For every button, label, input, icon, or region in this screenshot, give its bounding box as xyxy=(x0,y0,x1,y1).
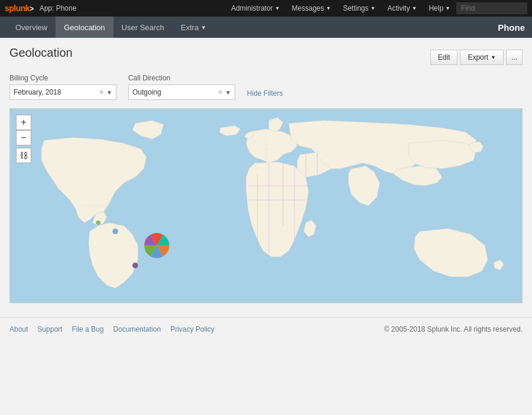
map-container: + − ⛓ xyxy=(9,108,523,303)
help-chevron-icon: ▼ xyxy=(445,5,450,11)
admin-chevron-icon: ▼ xyxy=(275,5,280,11)
footer-privacy[interactable]: Privacy Policy xyxy=(170,325,215,333)
messages-chevron-icon: ▼ xyxy=(326,5,331,11)
world-map xyxy=(10,109,522,303)
app-title: Phone xyxy=(498,22,525,33)
call-direction-label: Call Direction xyxy=(128,74,235,82)
more-button[interactable]: ... xyxy=(506,50,523,65)
footer-about[interactable]: About xyxy=(9,325,28,333)
billing-chevron-icon[interactable]: ▼ xyxy=(106,89,112,96)
direction-chevron-icon[interactable]: ▼ xyxy=(225,89,231,96)
direction-clear-icon[interactable]: ✕ xyxy=(218,89,223,96)
help-menu[interactable]: Help▼ xyxy=(423,0,456,17)
extra-chevron-icon: ▼ xyxy=(200,24,206,31)
filters-row: Billing Cycle ✕ ▼ Call Direction ✕ ▼ Hid… xyxy=(9,74,523,100)
action-buttons: Edit Export ▼ ... xyxy=(430,50,523,65)
billing-cycle-filter: Billing Cycle ✕ ▼ xyxy=(9,74,116,100)
edit-button[interactable]: Edit xyxy=(430,50,458,65)
nav-geolocation[interactable]: Geolocation xyxy=(56,17,113,38)
call-direction-filter: Call Direction ✕ ▼ xyxy=(128,74,235,100)
billing-clear-icon[interactable]: ✕ xyxy=(99,89,104,96)
footer-copyright: © 2005-2018 Splunk Inc. All rights reser… xyxy=(384,325,523,333)
app-label: App: Phone xyxy=(40,4,77,12)
splunk-logo-arrow: > xyxy=(30,5,34,13)
top-navigation: splunk> App: Phone Administrator▼ Messag… xyxy=(0,0,532,17)
page-title: Geolocation xyxy=(9,46,73,60)
footer-support[interactable]: Support xyxy=(37,325,62,333)
billing-cycle-label: Billing Cycle xyxy=(9,74,116,82)
export-chevron-icon: ▼ xyxy=(491,54,496,60)
page-header: Geolocation Edit Export ▼ ... xyxy=(9,46,523,68)
pie-chart-main xyxy=(144,233,169,258)
billing-cycle-input-wrap: ✕ ▼ xyxy=(9,85,116,100)
activity-menu[interactable]: Activity▼ xyxy=(381,0,423,17)
splunk-logo: splunk> xyxy=(5,4,34,13)
find-input[interactable] xyxy=(456,2,527,14)
map-dot-2 xyxy=(96,221,100,225)
map-dot-1 xyxy=(112,228,118,234)
footer-file-bug[interactable]: File a Bug xyxy=(72,325,103,333)
footer: About Support File a Bug Documentation P… xyxy=(0,317,532,341)
call-direction-input-wrap: ✕ ▼ xyxy=(128,85,235,100)
billing-cycle-input[interactable] xyxy=(14,88,96,96)
hide-filters-button[interactable]: Hide Filters xyxy=(247,89,283,100)
compass-button[interactable]: ⛓ xyxy=(16,148,31,163)
activity-chevron-icon: ▼ xyxy=(411,5,417,11)
administrator-menu[interactable]: Administrator▼ xyxy=(225,0,286,17)
map-dot-3 xyxy=(132,262,138,268)
messages-menu[interactable]: Messages▼ xyxy=(286,0,338,17)
top-nav-items: Administrator▼ Messages▼ Settings▼ Activ… xyxy=(225,0,527,17)
nav-overview[interactable]: Overview xyxy=(7,17,56,38)
footer-links: About Support File a Bug Documentation P… xyxy=(9,325,215,333)
footer-documentation[interactable]: Documentation xyxy=(113,325,161,333)
settings-chevron-icon: ▼ xyxy=(371,5,376,11)
zoom-out-button[interactable]: − xyxy=(16,130,31,145)
zoom-in-button[interactable]: + xyxy=(16,115,31,130)
call-direction-input[interactable] xyxy=(132,88,215,96)
nav-user-search[interactable]: User Search xyxy=(113,17,173,38)
nav-extra[interactable]: Extra▼ xyxy=(173,17,215,38)
export-button[interactable]: Export ▼ xyxy=(460,50,504,65)
secondary-navigation: Overview Geolocation User Search Extra▼ … xyxy=(0,17,532,38)
page-content: Geolocation Edit Export ▼ ... Billing Cy… xyxy=(0,38,532,312)
settings-menu[interactable]: Settings▼ xyxy=(337,0,381,17)
map-controls: + − ⛓ xyxy=(16,115,31,163)
